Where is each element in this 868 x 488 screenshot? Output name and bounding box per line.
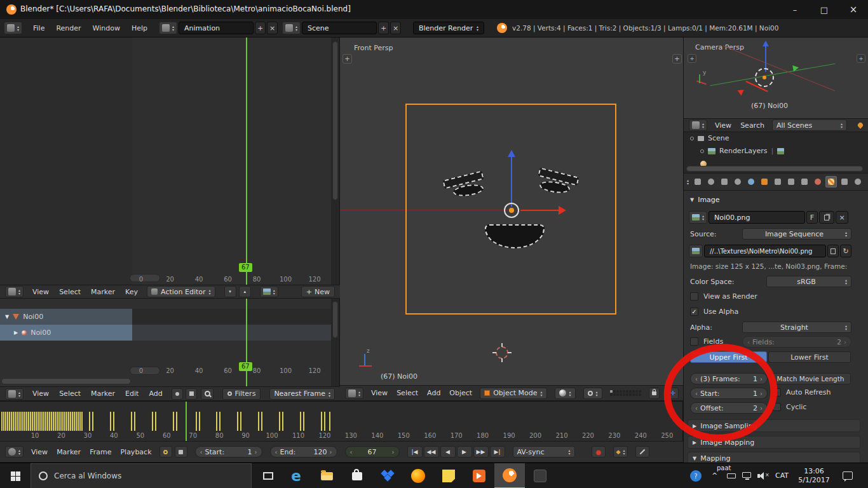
upper-first-button[interactable]: Upper First — [690, 351, 767, 363]
new-action-button[interactable]: +New — [301, 286, 335, 297]
keyframe-tick[interactable] — [237, 412, 238, 431]
taskbar-notes[interactable] — [433, 463, 464, 488]
taskbar-app[interactable] — [525, 463, 555, 488]
keyframe-tick[interactable] — [216, 412, 217, 431]
keyframe-tick[interactable] — [68, 412, 69, 431]
menu-view[interactable]: View — [32, 288, 49, 296]
camera-viewport[interactable]: Camera Persp + + y (67) Noi00 — [683, 37, 868, 118]
panel-expand-icon[interactable]: ▼ — [693, 456, 696, 461]
outliner-item-renderlayers[interactable]: RenderLayers | — [700, 147, 784, 155]
end-frame-field[interactable]: ‹End:120› — [270, 446, 337, 458]
taskbar-explorer[interactable] — [311, 463, 342, 488]
keyframe-tick[interactable] — [303, 412, 304, 431]
z-arrowhead-icon[interactable] — [508, 150, 515, 157]
keyframe-tick[interactable] — [45, 412, 46, 431]
icon-button-up[interactable]: ▴ — [239, 286, 251, 297]
keyframe-tick[interactable] — [17, 412, 18, 431]
layers-widget[interactable] — [610, 390, 641, 396]
keyframe-tick[interactable] — [78, 412, 79, 431]
keyframe-tick[interactable] — [110, 412, 111, 431]
delete-scene-button[interactable]: × — [390, 22, 401, 34]
keyframe-tick[interactable] — [5, 412, 6, 431]
taskbar-store[interactable] — [342, 463, 372, 488]
region-expand-icon[interactable]: + — [688, 54, 696, 63]
region-expand-icon[interactable]: + — [857, 54, 865, 63]
menu-select[interactable]: Select — [397, 389, 418, 397]
chevron-left-icon[interactable]: ‹ — [695, 405, 698, 412]
menu-frame[interactable]: Frame — [90, 448, 111, 456]
menu-window[interactable]: Window — [93, 24, 120, 32]
chevron-left-icon[interactable]: ‹ — [695, 376, 698, 383]
source-dropdown[interactable]: Image Sequence▴▾ — [742, 228, 851, 240]
menu-object[interactable]: Object — [449, 389, 472, 397]
keyframe-tick[interactable] — [74, 412, 75, 431]
editor-type-button[interactable]: ▴▾ — [5, 446, 24, 458]
editor-type-selector[interactable] — [692, 176, 703, 187]
av-sync-dropdown[interactable]: AV-sync▴▾ — [513, 446, 575, 458]
disclosure-dot-icon[interactable] — [690, 137, 694, 140]
scene-name-field[interactable]: Scene — [302, 22, 377, 34]
menu-playback[interactable]: Playback — [120, 448, 151, 456]
x-manipulator-arrow[interactable] — [520, 210, 559, 211]
keyframe-tick[interactable] — [53, 412, 54, 431]
close-button[interactable]: × — [839, 0, 868, 19]
add-layout-button[interactable]: + — [255, 22, 266, 34]
browse-action-button[interactable]: ▴▾ — [260, 286, 278, 297]
mode-dropdown[interactable]: Object Mode▴▾ — [480, 388, 546, 399]
keyframe-tick[interactable] — [47, 412, 48, 431]
material-tab[interactable] — [812, 176, 824, 187]
current-frame-line[interactable] — [246, 299, 247, 386]
object-origin-widget[interactable] — [504, 203, 519, 218]
browse-layout-button[interactable]: ▴▾ — [159, 22, 177, 34]
keyframe-tick[interactable] — [32, 412, 33, 431]
keyframe-tick[interactable] — [79, 412, 81, 431]
modifiers-tab[interactable] — [785, 176, 797, 187]
alpha-mode-dropdown[interactable]: Straight▴▾ — [742, 322, 851, 333]
offset-field[interactable]: ‹Offset:2› — [690, 402, 768, 414]
lock-icon[interactable] — [649, 388, 660, 399]
keyframe-tick[interactable] — [36, 412, 37, 431]
keyframe-tick[interactable] — [113, 412, 114, 431]
delete-layout-button[interactable]: × — [267, 22, 278, 34]
use-alpha-checkbox[interactable]: ✓ — [690, 308, 698, 316]
help-tray-icon[interactable]: ? — [690, 470, 702, 482]
start-button[interactable] — [0, 463, 31, 488]
keyframe-tick[interactable] — [329, 412, 330, 431]
screen-layout-field[interactable]: Animation — [179, 22, 254, 34]
menu-file[interactable]: File — [33, 24, 44, 32]
menu-edit[interactable]: Edit — [125, 390, 139, 398]
render-engine-dropdown[interactable]: Blender Render ▴▾ — [413, 22, 484, 34]
display-filter-dropdown[interactable]: All Scenes▴▾ — [772, 119, 847, 131]
expander-down-icon[interactable]: ▼ — [5, 314, 9, 320]
keyframe-tick[interactable] — [173, 412, 174, 431]
jump-start-button[interactable]: |◀ — [407, 446, 423, 458]
particles-tab[interactable] — [839, 176, 850, 187]
auto-snap-dropdown[interactable]: Nearest Frame▴▾ — [269, 388, 335, 400]
keyframe-tick[interactable] — [58, 412, 60, 431]
keyframe-tick[interactable] — [37, 412, 39, 431]
texture-tab[interactable] — [825, 176, 837, 187]
editor-type-button[interactable]: ▴▾ — [689, 119, 707, 131]
channel-horizontal-scrollbar[interactable] — [1, 378, 131, 384]
taskbar-dropbox[interactable] — [372, 463, 403, 488]
keyframe-tick[interactable] — [64, 412, 65, 431]
keyframe-tick[interactable] — [43, 412, 44, 431]
keyframe-tick[interactable] — [196, 412, 197, 431]
keyframe-tick[interactable] — [22, 412, 24, 431]
expander-right-icon[interactable]: ▶ — [14, 330, 18, 336]
color-space-dropdown[interactable]: sRGB▴▾ — [766, 276, 851, 287]
y-arrowhead-icon[interactable] — [792, 64, 799, 71]
editor-type-button[interactable]: ▴▾ — [345, 388, 363, 399]
network-icon[interactable] — [742, 472, 751, 478]
unlink-datablock-button[interactable]: × — [836, 211, 848, 224]
current-frame-line[interactable] — [246, 37, 247, 285]
chevron-right-icon[interactable]: › — [255, 449, 257, 456]
action-center-icon[interactable] — [843, 471, 853, 480]
keyframe-tick[interactable] — [24, 412, 25, 431]
keyframe-tick[interactable] — [20, 412, 22, 431]
x-arrowhead-icon[interactable] — [559, 206, 566, 215]
play-reverse-button[interactable]: ◀ — [440, 446, 456, 458]
chevron-left-icon[interactable]: ‹ — [275, 449, 278, 456]
keyframe-tick[interactable] — [3, 412, 4, 431]
taskbar-blender-active[interactable] — [494, 463, 525, 488]
